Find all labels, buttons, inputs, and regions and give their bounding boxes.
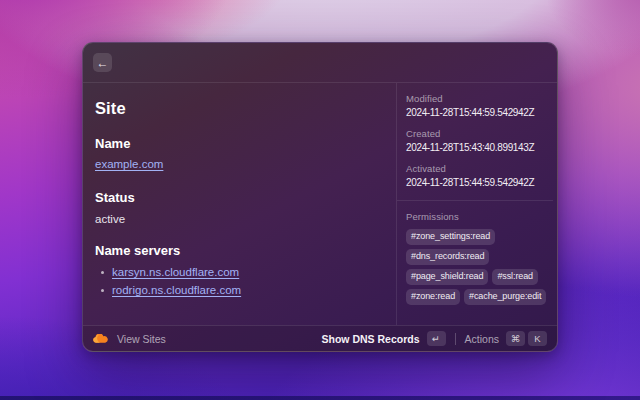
metadata-label: Modified [406, 93, 553, 104]
metadata-field-created: Created 2024-11-28T15:43:40.899143Z [406, 128, 553, 153]
window-header: ← [83, 43, 557, 83]
permission-tag: #zone:read [406, 289, 460, 305]
nameserver-link[interactable]: rodrigo.ns.cloudflare.com [112, 284, 241, 296]
permission-tag: #dns_records:read [406, 249, 489, 265]
primary-action-button[interactable]: Show DNS Records [322, 333, 420, 345]
nameserver-link[interactable]: karsyn.ns.cloudflare.com [112, 266, 239, 278]
k-key-icon: K [528, 331, 547, 346]
permissions-tags: #zone_settings:read #dns_records:read #p… [406, 229, 553, 305]
metadata-divider [397, 200, 553, 201]
back-arrow-icon: ← [97, 57, 109, 69]
metadata-label: Created [406, 128, 553, 139]
permission-tag: #page_shield:read [406, 269, 488, 285]
status-value: active [95, 213, 382, 225]
tag-row: #page_shield:read #ssl:read [406, 269, 553, 285]
command-title: View Sites [117, 333, 166, 345]
cloudflare-logo-icon [93, 334, 109, 343]
permission-tag: #zone_settings:read [406, 229, 495, 245]
metadata-value: 2024-11-28T15:43:40.899143Z [406, 142, 553, 153]
metadata-field-modified: Modified 2024-11-28T15:44:59.542942Z [406, 93, 553, 118]
nameserver-list: karsyn.ns.cloudflare.com rodrigo.ns.clou… [95, 266, 382, 296]
site-name-link[interactable]: example.com [95, 158, 163, 170]
permission-tag: #ssl:read [492, 269, 538, 285]
bullet-icon [101, 289, 104, 292]
page-title: Site [95, 99, 382, 118]
enter-key-icon[interactable]: ↵ [427, 331, 446, 346]
footer-right: Show DNS Records ↵ Actions ⌘ K [322, 331, 547, 346]
detail-main: Site Name example.com Status active Name… [83, 83, 396, 325]
tag-row: #dns_records:read [406, 249, 553, 265]
status-heading: Status [95, 190, 382, 205]
actions-button[interactable]: Actions [465, 333, 499, 345]
metadata-field-activated: Activated 2024-11-28T15:44:59.542942Z [406, 163, 553, 188]
metadata-value: 2024-11-28T15:44:59.542942Z [406, 177, 553, 188]
metadata-panel: Modified 2024-11-28T15:44:59.542942Z Cre… [396, 83, 557, 325]
permission-tag: #cache_purge:edit [464, 289, 546, 305]
raycast-window: ← Site Name example.com Status active Na… [82, 42, 558, 352]
list-item: karsyn.ns.cloudflare.com [101, 266, 382, 278]
metadata-value: 2024-11-28T15:44:59.542942Z [406, 107, 553, 118]
nameservers-heading: Name servers [95, 243, 382, 258]
window-footer: View Sites Show DNS Records ↵ Actions ⌘ … [83, 325, 557, 351]
metadata-label: Activated [406, 163, 553, 174]
name-heading: Name [95, 136, 382, 151]
footer-left: View Sites [93, 333, 166, 345]
permissions-label: Permissions [406, 211, 553, 222]
window-body: Site Name example.com Status active Name… [83, 83, 557, 325]
command-key-icon: ⌘ [506, 331, 525, 346]
tag-row: #zone_settings:read [406, 229, 553, 245]
footer-divider [455, 333, 456, 345]
tag-row: #zone:read #cache_purge:edit [406, 289, 553, 305]
actions-shortcut[interactable]: ⌘ K [506, 331, 547, 346]
back-button[interactable]: ← [93, 53, 112, 72]
list-item: rodrigo.ns.cloudflare.com [101, 284, 382, 296]
wallpaper-bottom-wave [0, 396, 640, 400]
bullet-icon [101, 271, 104, 274]
